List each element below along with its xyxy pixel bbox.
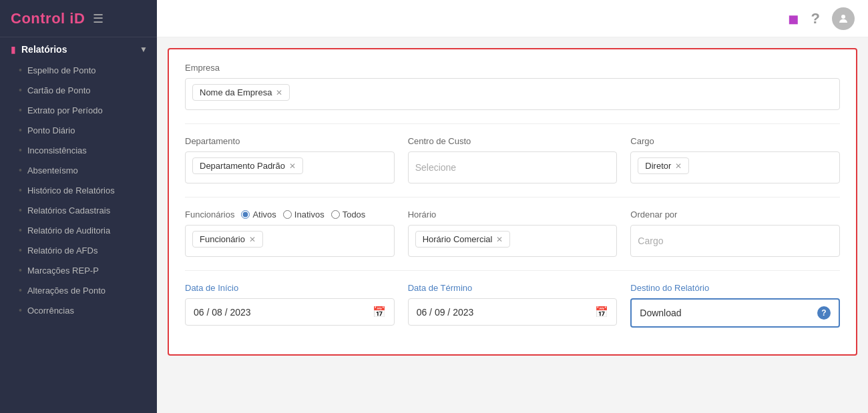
funcionario-remove-button[interactable]: ✕ [249,235,256,244]
empresa-remove-button[interactable]: ✕ [276,88,282,97]
main-area: ◼ ? Empresa Nome da Empresa ✕ [157,0,868,413]
data-termino-label: Data de Término [408,283,618,293]
horario-field[interactable]: Horário Comercial ✕ [408,225,618,257]
departamento-tag: Departamento Padrão ✕ [192,157,303,174]
avatar[interactable] [832,7,855,30]
horario-tag: Horário Comercial ✕ [415,231,511,248]
data-inicio-label: Data de Início [185,283,395,293]
horario-col: Horário Horário Comercial ✕ [408,210,618,257]
cargo-label: Cargo [630,136,840,146]
radio-ativos-label[interactable]: Ativos [241,210,276,220]
funcionarios-col: Funcionários Ativos Inativos [185,210,395,257]
sidebar-item-cartao[interactable]: Cartão de Ponto [0,80,157,100]
cargo-tag: Diretor ✕ [638,157,689,174]
horario-label: Horário [408,210,618,220]
form-card: Empresa Nome da Empresa ✕ Departamento [168,48,857,356]
logo: Control iD [11,10,85,27]
svg-point-0 [841,15,845,19]
cargo-col: Cargo Diretor ✕ [630,136,840,183]
destino-col: Destino do Relatório Download ? [630,283,840,328]
sidebar-item-alteracoes[interactable]: Alterações de Ponto [0,280,157,300]
calculator-icon[interactable]: ◼ [788,11,799,27]
empresa-tag: Nome da Empresa ✕ [192,84,290,101]
calendar-icon-inicio[interactable]: 📅 [373,306,386,318]
destino-help-icon[interactable]: ? [817,306,831,320]
radio-todos-label[interactable]: Todos [331,210,366,220]
sidebar-item-cadastrais[interactable]: Relatórios Cadastrais [0,200,157,220]
topbar: ◼ ? [157,0,868,37]
chevron-down-icon: ▼ [140,45,148,54]
dates-section: Data de Início 06 / 08 / 2023 📅 Data de … [185,270,840,328]
funcionarios-label-row: Funcionários Ativos Inativos [185,210,395,220]
ordenar-label: Ordenar por [630,210,840,220]
calendar-icon-termino[interactable]: 📅 [595,306,608,318]
radio-inativos[interactable] [283,210,292,219]
dates-row: Data de Início 06 / 08 / 2023 📅 Data de … [185,283,840,328]
empresa-label: Empresa [185,63,840,73]
reports-icon: ▮ [11,44,16,55]
destino-label: Destino do Relatório [630,283,840,293]
dept-row: Departamento Departamento Padrão ✕ Centr… [185,136,840,183]
destino-field[interactable]: Download ? [630,298,840,328]
funcionario-field[interactable]: Funcionário ✕ [185,225,395,257]
empresa-field[interactable]: Nome da Empresa ✕ [185,78,840,110]
departamento-label: Departamento [185,136,395,146]
dept-section: Departamento Departamento Padrão ✕ Centr… [185,123,840,183]
empresa-section: Empresa Nome da Empresa ✕ [185,63,840,110]
data-termino-field[interactable]: 06 / 09 / 2023 📅 [408,298,618,326]
data-inicio-value: 06 / 08 / 2023 [194,307,251,318]
sidebar-item-inconsistencias[interactable]: Inconsistências [0,140,157,160]
func-row: Funcionários Ativos Inativos [185,210,840,257]
centro-custo-col: Centro de Custo Selecione [408,136,618,183]
sidebar-item-historico[interactable]: Histórico de Relatórios [0,180,157,200]
sidebar: Control iD ☰ ▮ Relatórios ▼ Espelho de P… [0,0,157,413]
departamento-col: Departamento Departamento Padrão ✕ [185,136,395,183]
centro-custo-field[interactable]: Selecione [408,151,618,183]
funcionario-tag: Funcionário ✕ [192,231,263,248]
sidebar-item-marcacoes[interactable]: Marcações REP-P [0,260,157,280]
ordenar-field[interactable]: Cargo [630,225,840,257]
data-termino-col: Data de Término 06 / 09 / 2023 📅 [408,283,618,328]
sidebar-item-ocorrencias[interactable]: Ocorrências [0,300,157,320]
data-termino-value: 06 / 09 / 2023 [417,307,474,318]
sidebar-item-espelho[interactable]: Espelho de Ponto [0,60,157,80]
data-inicio-col: Data de Início 06 / 08 / 2023 📅 [185,283,395,328]
sidebar-item-auditoria[interactable]: Relatório de Auditoria [0,220,157,240]
sidebar-menu: Espelho de Ponto Cartão de Ponto Extrato… [0,57,157,323]
cargo-remove-button[interactable]: ✕ [675,161,682,171]
help-icon[interactable]: ? [811,10,820,27]
content-area: Empresa Nome da Empresa ✕ Departamento [157,37,868,413]
radio-inativos-label[interactable]: Inativos [283,210,324,220]
sidebar-item-extrato[interactable]: Extrato por Período [0,100,157,120]
centro-custo-label: Centro de Custo [408,136,618,146]
radio-todos[interactable] [331,210,340,219]
radio-ativos[interactable] [241,210,250,219]
func-section: Funcionários Ativos Inativos [185,197,840,257]
cargo-field[interactable]: Diretor ✕ [630,151,840,183]
sidebar-item-afds[interactable]: Relatório de AFDs [0,240,157,260]
departamento-remove-button[interactable]: ✕ [289,161,296,171]
sidebar-item-ponto-diario[interactable]: Ponto Diário [0,120,157,140]
funcionarios-label: Funcionários [185,210,234,220]
horario-remove-button[interactable]: ✕ [496,235,503,244]
sidebar-section-reports: ▮ Relatórios ▼ [0,37,157,57]
departamento-field[interactable]: Departamento Padrão ✕ [185,151,395,183]
sidebar-section-label: Relatórios [21,44,67,55]
ordenar-col: Ordenar por Cargo [630,210,840,257]
funcionarios-radio-group: Ativos Inativos Todos [241,210,365,220]
sidebar-header: Control iD ☰ [0,0,157,37]
hamburger-icon[interactable]: ☰ [93,11,103,26]
sidebar-item-absenteismo[interactable]: Absenteísmo [0,160,157,180]
data-inicio-field[interactable]: 06 / 08 / 2023 📅 [185,298,395,326]
destino-value: Download [640,308,681,318]
